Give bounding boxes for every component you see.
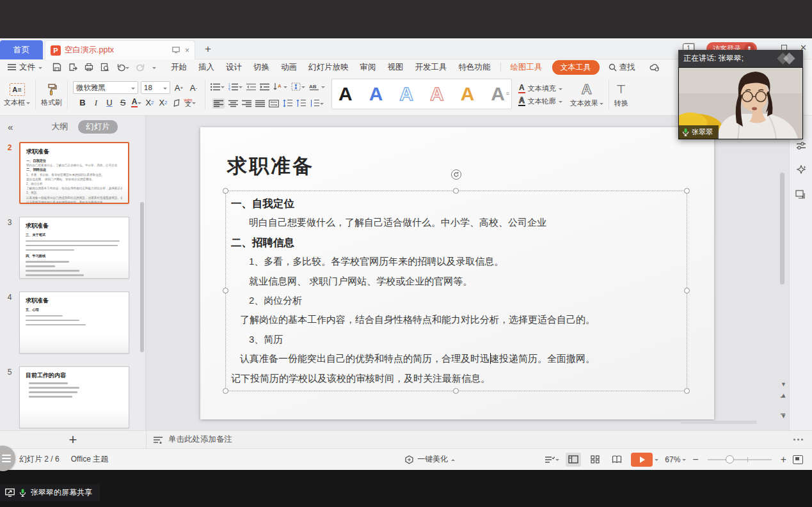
- zoom-slider-knob[interactable]: [726, 455, 734, 464]
- textbox-button[interactable]: A≡ 文本框: [0, 75, 34, 115]
- print-preview-icon[interactable]: [100, 63, 109, 72]
- grow-font-button[interactable]: A+: [173, 82, 185, 94]
- phonetic-guide-button[interactable]: wén文: [184, 97, 196, 109]
- slide-thumbnail[interactable]: 4求职准备五、心理: [0, 292, 145, 354]
- collapse-sidebar-button[interactable]: «: [8, 121, 13, 132]
- view-normal-button[interactable]: [566, 453, 581, 467]
- beautify-button[interactable]: 一键美化: [404, 454, 455, 465]
- rotation-handle[interactable]: [451, 169, 461, 180]
- properties-icon[interactable]: [796, 141, 806, 150]
- menu-item[interactable]: 设计: [220, 62, 248, 73]
- line-spacing-increase-button[interactable]: [296, 99, 306, 107]
- thumbnail-preview[interactable]: 求职准备一、自我定位明白自己想要做什么，了解自己适合做什么。中小学、高校、公司企…: [19, 142, 129, 204]
- next-slide-button[interactable]: ▁▼: [781, 409, 786, 419]
- selection-handle-top-right[interactable]: [684, 188, 690, 194]
- close-tab-icon[interactable]: ×: [185, 46, 189, 55]
- align-text-vertical-button[interactable]: [291, 82, 305, 91]
- cast-icon[interactable]: [172, 46, 180, 55]
- convert-button[interactable]: ⊤ 转换: [610, 75, 632, 115]
- eraser-icon[interactable]: [171, 97, 183, 109]
- text-effects-button[interactable]: A 文本效果: [566, 75, 607, 115]
- slide-thumbnail[interactable]: 3求职准备三、关于笔试四、学习路线: [0, 217, 145, 279]
- new-tab-button[interactable]: +: [201, 42, 215, 56]
- play-slideshow-button[interactable]: [631, 453, 653, 467]
- selection-handle-bottom-center[interactable]: [453, 388, 459, 394]
- menu-item[interactable]: 审阅: [354, 62, 382, 73]
- align-right-button[interactable]: [242, 100, 251, 107]
- slide-canvas[interactable]: 求职准备 一、自我定位明白自己想要做什么，了解自己适合做什么。中: [200, 127, 714, 419]
- view-reading-button[interactable]: [609, 453, 625, 467]
- text-direction-button[interactable]: A: [273, 82, 287, 91]
- font-name-select[interactable]: 微软雅黑: [73, 81, 138, 94]
- scroll-down-button[interactable]: ▼: [781, 382, 786, 387]
- bold-button[interactable]: B: [77, 97, 89, 109]
- zoom-out-button[interactable]: −: [692, 454, 698, 465]
- play-options-icon[interactable]: [655, 459, 658, 463]
- prev-slide-button[interactable]: ▲▔: [781, 393, 786, 403]
- menu-item[interactable]: 开发工具: [410, 62, 453, 73]
- view-slide-sorter-button[interactable]: [587, 453, 603, 467]
- menu-text-tools[interactable]: 文本工具: [552, 60, 600, 75]
- menu-item[interactable]: 插入: [193, 62, 220, 73]
- underline-button[interactable]: U: [104, 97, 116, 109]
- tab-outline[interactable]: 大纲: [51, 121, 68, 132]
- gallery-more-handle[interactable]: ≡: [506, 90, 509, 97]
- character-spacing-button[interactable]: AB: [309, 82, 325, 91]
- find-button[interactable]: 查找: [603, 62, 641, 73]
- slide-thumbnail[interactable]: 2求职准备一、自我定位明白自己想要做什么，了解自己适合做什么。中小学、高校、公司…: [0, 142, 145, 204]
- selection-handle-top-center[interactable]: [453, 188, 459, 194]
- distribute-text-button[interactable]: [269, 100, 279, 107]
- cloud-sync-icon[interactable]: [649, 63, 660, 72]
- sidebar-scrollbar[interactable]: [140, 202, 144, 352]
- document-tab[interactable]: P 空白演示.pptx ×: [45, 40, 195, 59]
- notes-toggle-button[interactable]: [545, 456, 559, 464]
- home-tab[interactable]: 首页: [0, 40, 43, 59]
- superscript-button[interactable]: X2: [144, 97, 156, 109]
- slide-title[interactable]: 求职准备: [227, 153, 314, 180]
- fit-window-button[interactable]: [793, 455, 803, 464]
- undo-button[interactable]: [116, 63, 129, 72]
- font-size-select[interactable]: 18: [141, 81, 170, 94]
- output-icon[interactable]: [68, 63, 77, 72]
- theme-name[interactable]: Office 主题: [71, 454, 108, 465]
- strikethrough-button[interactable]: S: [117, 97, 129, 109]
- text-style-option[interactable]: A: [338, 84, 353, 104]
- increase-indent-button[interactable]: [260, 83, 269, 91]
- selection-handle-top-left[interactable]: [223, 188, 228, 194]
- menu-item[interactable]: 动画: [275, 62, 303, 73]
- print-icon[interactable]: [84, 63, 93, 72]
- notes-input[interactable]: 单击此处添加备注: [146, 431, 793, 448]
- duplicate-slide-icon[interactable]: [795, 190, 806, 199]
- selection-handle-bottom-left[interactable]: [223, 388, 228, 394]
- file-menu[interactable]: 文件: [0, 62, 46, 73]
- subscript-button[interactable]: X2: [157, 97, 170, 109]
- justify-button[interactable]: [255, 100, 265, 107]
- decrease-indent-button[interactable]: [246, 83, 256, 91]
- zoom-in-button[interactable]: +: [781, 454, 786, 465]
- text-style-option[interactable]: A: [399, 84, 413, 104]
- shrink-font-button[interactable]: A-: [187, 82, 200, 94]
- zoom-slider[interactable]: [708, 459, 772, 460]
- selection-handle-bottom-right[interactable]: [684, 388, 690, 394]
- workspace-hscrollbar[interactable]: [680, 421, 757, 424]
- line-spacing-button[interactable]: [310, 99, 324, 107]
- text-style-option[interactable]: A: [369, 84, 383, 104]
- text-selection-box[interactable]: 一、自我定位明白自己想要做什么，了解自己适合做什么。中小学、高校、公司企业二、招…: [225, 191, 687, 391]
- format-painter-button[interactable]: 格式刷: [37, 75, 66, 115]
- numbered-list-button[interactable]: 123: [228, 83, 243, 91]
- more-options-button[interactable]: [793, 439, 803, 441]
- text-style-option[interactable]: A: [491, 84, 505, 104]
- text-fill-button[interactable]: A 文本填充: [518, 84, 562, 93]
- menu-item[interactable]: 开始: [165, 62, 193, 73]
- text-style-option[interactable]: A: [461, 84, 475, 104]
- thumbnail-preview[interactable]: 求职准备五、心理: [19, 292, 129, 354]
- smart-effects-icon[interactable]: [795, 164, 807, 176]
- font-color-button[interactable]: A: [131, 97, 143, 109]
- customize-toolbar-icon[interactable]: [152, 67, 156, 71]
- line-spacing-decrease-button[interactable]: [283, 99, 292, 107]
- menu-item[interactable]: 视图: [382, 62, 410, 73]
- menu-item[interactable]: 切换: [248, 62, 275, 73]
- italic-button[interactable]: I: [90, 97, 102, 109]
- redo-icon[interactable]: [136, 63, 145, 72]
- align-center-button[interactable]: [228, 100, 238, 107]
